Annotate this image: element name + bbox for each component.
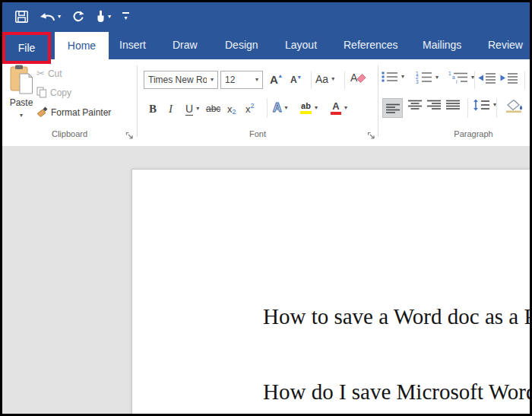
undo-dropdown-caret: ▾ — [58, 14, 61, 20]
cut-button[interactable]: ✂ Cut — [36, 68, 62, 79]
multilevel-list-icon: 1 a i — [448, 71, 468, 84]
clear-formatting-button[interactable]: A — [350, 71, 366, 84]
svg-text:3: 3 — [416, 79, 419, 84]
bold-icon: B — [149, 103, 157, 116]
decrease-indent-button[interactable] — [478, 72, 496, 84]
touch-mode-button[interactable]: ▾ — [96, 10, 111, 23]
clear-formatting-eraser-icon — [356, 72, 366, 83]
save-button[interactable] — [15, 11, 28, 23]
tab-mailings[interactable]: Mailings — [423, 30, 461, 59]
text-effects-button[interactable]: A ▾ — [273, 98, 288, 118]
tab-draw[interactable]: Draw — [173, 30, 198, 59]
subscript-button[interactable]: x 2 — [227, 99, 236, 119]
italic-button[interactable]: I — [169, 99, 173, 119]
numbering-icon: 1 2 3 — [416, 71, 432, 84]
clipboard-dialog-launcher-icon[interactable] — [125, 132, 134, 140]
line-spacing-icon — [473, 99, 490, 111]
paste-clipboard-icon — [9, 65, 33, 95]
format-painter-button[interactable]: Format Painter — [36, 106, 111, 118]
paste-label: Paste — [10, 97, 33, 108]
tab-references[interactable]: References — [344, 30, 398, 59]
format-painter-brush-icon — [36, 106, 48, 118]
save-icon — [15, 11, 28, 23]
decrease-indent-icon — [478, 72, 496, 84]
app-window: ▾ ▾ ▾ File Home Insert Dra — [0, 0, 532, 416]
font-dialog-launcher-icon[interactable] — [367, 132, 375, 140]
line-spacing-button[interactable]: ▾ — [473, 99, 496, 111]
tab-insert[interactable]: Insert — [119, 30, 146, 59]
copy-label: Copy — [50, 87, 71, 98]
cut-label: Cut — [48, 68, 62, 79]
grow-font-icon: A — [270, 73, 278, 86]
divider — [467, 98, 468, 118]
document-heading-1[interactable]: How to save a Word doc as a PDF — [263, 304, 530, 329]
paragraph-group-label: Paragraph — [382, 129, 530, 138]
align-center-button[interactable] — [406, 99, 424, 110]
touch-mode-icon — [96, 10, 106, 23]
font-name-value: Times New Ro — [144, 75, 207, 85]
document-page[interactable]: How to save a Word doc as a PDF How do I… — [131, 169, 530, 414]
svg-text:1: 1 — [448, 71, 451, 76]
tab-design[interactable]: Design — [225, 30, 258, 59]
underline-button[interactable]: U ▾ — [185, 99, 199, 119]
bold-button[interactable]: B — [149, 99, 157, 119]
tab-home[interactable]: Home — [55, 32, 109, 59]
underline-dropdown-caret: ▾ — [196, 106, 199, 112]
customize-quick-access-button[interactable]: ▾ — [122, 12, 129, 21]
align-left-button[interactable] — [382, 98, 403, 118]
align-right-button[interactable] — [425, 99, 443, 110]
format-painter-label: Format Painter — [51, 107, 111, 118]
word-window: ▾ ▾ ▾ File Home Insert Dra — [2, 2, 530, 414]
tab-layout[interactable]: Layout — [285, 30, 317, 59]
copy-button[interactable]: Copy — [36, 87, 71, 98]
italic-icon: I — [169, 103, 173, 116]
tab-file[interactable]: File — [18, 42, 36, 54]
highlight-pen-icon: ab — [300, 102, 312, 114]
customize-quick-access-icon: ▾ — [122, 12, 129, 21]
change-case-icon: Aa — [315, 73, 328, 85]
shrink-font-button[interactable]: A ▾ — [290, 75, 301, 85]
clipboard-group-label: Clipboard — [2, 129, 137, 138]
align-right-icon — [426, 99, 442, 110]
shading-button[interactable] — [504, 97, 524, 113]
increase-indent-button[interactable] — [500, 72, 518, 84]
bullets-button[interactable]: ▾ — [382, 71, 404, 83]
superscript-button[interactable]: x 2 — [245, 99, 255, 119]
font-size-combo[interactable]: 12 ▾ — [220, 71, 263, 89]
text-highlight-color-button[interactable]: ab ▾ — [300, 97, 318, 119]
paste-button[interactable]: Paste ▾ — [6, 65, 36, 138]
tab-review[interactable]: Review — [488, 30, 523, 59]
divider — [524, 71, 525, 89]
ribbon: Paste ▾ ✂ Cut Copy Format Painter Clipbo… — [2, 59, 530, 147]
align-center-icon — [407, 99, 423, 110]
multilevel-list-button[interactable]: 1 a i ▾ — [448, 71, 474, 84]
undo-button[interactable]: ▾ — [40, 11, 61, 22]
grow-font-button[interactable]: A ▴ — [270, 73, 282, 86]
scissors-icon: ✂ — [36, 68, 45, 79]
svg-text:i: i — [456, 79, 457, 84]
underline-icon: U — [185, 103, 193, 116]
font-size-dropdown-caret: ▾ — [252, 77, 262, 83]
font-name-combo[interactable]: Times New Ro ▾ — [144, 71, 218, 89]
divider — [496, 98, 497, 118]
align-left-icon — [385, 103, 401, 114]
justify-button[interactable] — [444, 99, 462, 110]
increase-indent-icon — [500, 72, 518, 84]
change-case-button[interactable]: Aa ▾ — [315, 73, 334, 85]
strikethrough-button[interactable]: abc — [206, 99, 220, 119]
strikethrough-icon: abc — [206, 103, 220, 114]
divider — [267, 98, 268, 118]
text-effects-icon: A — [273, 101, 282, 115]
font-size-value: 12 — [221, 75, 252, 85]
font-color-button[interactable]: A ▾ — [331, 97, 347, 119]
svg-text:a: a — [452, 75, 455, 80]
ribbon-tab-bar: File Home Insert Draw Design Layout Refe… — [2, 30, 530, 59]
document-heading-2[interactable]: How do I save Microsoft Word — [263, 379, 530, 405]
redo-button[interactable] — [72, 11, 84, 23]
numbering-button[interactable]: 1 2 3 ▾ — [416, 71, 439, 84]
document-area: How to save a Word doc as a PDF How do I… — [2, 146, 530, 414]
divider — [311, 71, 312, 89]
group-divider — [378, 65, 378, 137]
copy-pages-icon — [36, 87, 47, 98]
font-color-icon: A — [331, 101, 341, 115]
